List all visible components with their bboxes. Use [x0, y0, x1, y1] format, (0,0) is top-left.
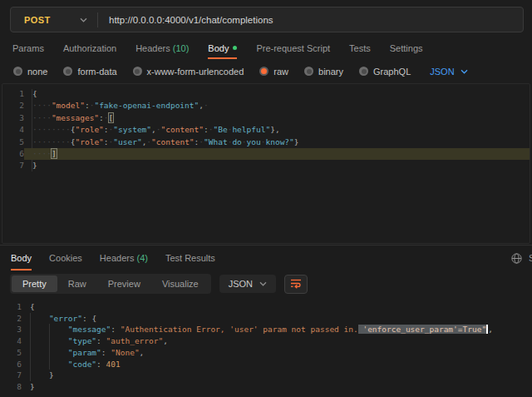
line-number: 1 [0, 301, 22, 313]
code-token [30, 370, 49, 380]
code-line[interactable]: 1{ [2, 88, 530, 100]
code-token: do [232, 137, 241, 146]
method-label: POST [24, 15, 51, 25]
code-token: "message" [68, 325, 111, 334]
code-line-content: } [24, 160, 530, 171]
line-number: 1 [2, 88, 24, 100]
radio-icon [359, 67, 368, 76]
body-type-graphql[interactable]: GraphQL [359, 67, 411, 77]
tab-pre-request-script[interactable]: Pre-request Script [256, 40, 330, 59]
response-language-dropdown[interactable]: JSON [219, 275, 276, 293]
method-dropdown[interactable]: POST [11, 15, 97, 25]
body-type-form-data[interactable]: form-data [63, 67, 116, 77]
radio-label: raw [273, 67, 288, 77]
radio-icon [13, 67, 22, 76]
code-token: { [32, 89, 37, 98]
code-token: you [247, 137, 261, 146]
request-tabs: ParamsAuthorizationHeaders (10)BodyPre-r… [0, 39, 532, 59]
tab-label: Tests [349, 43, 371, 53]
code-line[interactable]: 7 } [0, 370, 532, 381]
code-token: "Be [213, 125, 227, 134]
code-line-content: } [22, 381, 532, 393]
request-body-editor[interactable]: 1{2····"model":·"fake-openai-endpoint",·… [2, 83, 530, 244]
code-line[interactable]: 2····"model":·"fake-openai-endpoint",· [2, 100, 530, 112]
request-editor-lines: 1{2····"model":·"fake-openai-endpoint",·… [2, 88, 530, 172]
tab-body[interactable]: Body [11, 246, 32, 270]
code-line[interactable]: 6 "code": 401 [0, 359, 532, 370]
radio-label: binary [318, 67, 343, 77]
code-line-content: ····"model":·"fake-openai-endpoint",· [24, 100, 530, 112]
code-line[interactable]: 2 "error": { [0, 313, 532, 325]
tab-headers[interactable]: Headers (10) [135, 40, 189, 59]
response-body-editor[interactable]: 1{2 "error": {3 "message": "Authenticati… [0, 297, 532, 393]
tab-authorization[interactable]: Authorization [63, 40, 116, 59]
code-line[interactable]: 1{ [0, 301, 532, 313]
code-token: "code" [68, 360, 96, 369]
tab-params[interactable]: Params [12, 40, 44, 59]
code-line[interactable]: 8} [0, 381, 532, 393]
code-line-content: } [22, 370, 532, 381]
view-raw-button[interactable]: Raw [57, 275, 97, 292]
wrap-lines-button[interactable] [284, 275, 308, 294]
request-language-dropdown[interactable]: JSON [430, 67, 467, 77]
code-line[interactable]: 7} [2, 160, 530, 171]
view-pretty-button[interactable]: Pretty [12, 275, 57, 292]
code-line[interactable]: 6····] [2, 148, 530, 160]
code-token: 401 [106, 360, 121, 369]
indent-guide [49, 347, 50, 359]
indent-guide [30, 370, 31, 381]
tab-headers[interactable]: Headers (4) [100, 246, 148, 270]
code-line[interactable]: 3 "message": "Authentication Error, 'use… [0, 324, 532, 335]
line-number: 4 [2, 124, 24, 136]
tab-label: Authorization [63, 43, 116, 53]
line-number: 2 [2, 100, 24, 112]
url-input-container: POST http://0.0.0.0:4000/v1/chat/complet… [10, 7, 524, 32]
view-visualize-button[interactable]: Visualize [151, 275, 209, 292]
tab-test-results[interactable]: Test Results [165, 246, 215, 270]
code-token: "content" [161, 125, 204, 134]
tab-tests[interactable]: Tests [349, 40, 371, 59]
tab-settings[interactable]: Settings [390, 40, 423, 59]
code-token: ···· [32, 113, 52, 122]
body-type-binary[interactable]: binary [304, 67, 343, 77]
tab-body[interactable]: Body [208, 40, 237, 59]
body-type-raw[interactable]: raw [259, 67, 288, 77]
chevron-down-icon [80, 17, 87, 22]
code-token: "fake-openai-endpoint" [94, 101, 199, 110]
code-token: ···· [32, 149, 52, 158]
code-token: ] [52, 149, 57, 158]
indent-guide [49, 335, 50, 347]
code-token: "content" [151, 137, 194, 146]
url-field[interactable]: http://0.0.0.0:4000/v1/chat/completions [98, 15, 273, 25]
code-line[interactable]: 5 "param": "None", [0, 347, 532, 359]
tab-cookies[interactable]: Cookies [49, 246, 82, 270]
code-token: "role" [76, 137, 104, 146]
code-line[interactable]: 5········{"role":·"user",·"content":·"Wh… [2, 136, 530, 148]
response-tabs-right: S [511, 246, 524, 270]
code-token: ········ [32, 137, 71, 146]
chevron-down-icon [461, 69, 468, 74]
line-number: 7 [0, 370, 22, 381]
code-token: · [104, 113, 109, 122]
code-line[interactable]: 3····"messages":·[ [2, 112, 530, 124]
code-token: "type" [68, 336, 96, 345]
code-token: "user" [113, 137, 141, 146]
body-type-x-www-form-urlencoded[interactable]: x-www-form-urlencoded [133, 67, 244, 77]
globe-icon[interactable] [511, 253, 522, 264]
code-line-content: { [22, 301, 532, 313]
tab-label: Body [208, 43, 229, 53]
view-preview-button[interactable]: Preview [97, 275, 151, 292]
response-view-switcher: PrettyRawPreviewVisualize [10, 274, 211, 294]
response-language-label: JSON [229, 279, 253, 289]
code-line[interactable]: 4········{"role":·"system",·"content":·"… [2, 124, 530, 136]
wrap-text-icon [290, 278, 302, 290]
indent-guide [30, 313, 31, 325]
line-number: 5 [2, 136, 24, 148]
body-type-none[interactable]: none [13, 67, 47, 77]
code-token [30, 314, 49, 323]
indent-guide [30, 324, 31, 335]
code-token: } [294, 137, 299, 146]
code-token: "param" [68, 348, 101, 357]
code-token: [ [109, 113, 114, 122]
code-line[interactable]: 4 "type": "auth_error", [0, 335, 532, 347]
